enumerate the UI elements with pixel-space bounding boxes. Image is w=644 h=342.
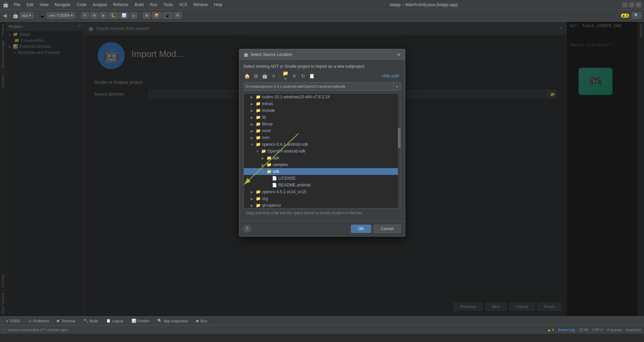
tree-item-nvml[interactable]: ▶ 📁 nvml <box>244 127 401 134</box>
scrollbar-thumb[interactable] <box>398 128 401 148</box>
settings-button[interactable]: ⚙ <box>174 12 182 19</box>
menu-vcs[interactable]: VCS <box>176 2 190 8</box>
delete-button[interactable]: ✕ <box>291 72 298 80</box>
tree-item-nvm[interactable]: ▶ 📁 nvm <box>244 134 401 141</box>
label-apk: apk <box>273 156 279 160</box>
folder-icon-extras: 📁 <box>256 101 261 106</box>
debug-button[interactable]: 🐛 <box>109 12 118 19</box>
file-tree[interactable]: ▶ 📁 cudnn-10.1-windows10-x64-v7.6.2.24 ▶… <box>243 93 401 208</box>
dialog-title-text: Select Source Location <box>251 52 292 57</box>
new-folder-button[interactable]: 📁+ <box>282 72 289 80</box>
search-button[interactable]: 🔍 <box>632 12 641 19</box>
menu-edit[interactable]: Edit <box>24 2 36 8</box>
tab-logcat[interactable]: 📋 Logcat <box>103 318 127 324</box>
dialog-cancel-button[interactable]: Cancel <box>374 225 401 233</box>
label-sdk: sdk <box>273 169 279 174</box>
tab-terminal[interactable]: ▶ Terminal <box>54 318 79 324</box>
menu-tools[interactable]: Tools <box>161 2 176 8</box>
tree-item-opencv-android[interactable]: ▼ 📁 OpenCV-android-sdk <box>244 148 401 155</box>
menu-view[interactable]: View <box>37 2 51 8</box>
tree-item-samples[interactable]: ▶ 📁 samples <box>244 161 401 168</box>
profile-button[interactable]: 📊 <box>119 12 129 19</box>
tab-build[interactable]: 🔨 Build <box>80 318 101 324</box>
tree-item-license[interactable]: ▶ 📄 LICENSE <box>244 175 401 182</box>
tab-app-inspection[interactable]: 🔍 App Inspection <box>154 318 192 324</box>
tab-profiler[interactable]: 📊 Profiler <box>128 318 153 324</box>
avd-button[interactable]: 📱 <box>163 12 172 19</box>
refresh-button[interactable]: ↻ <box>299 72 307 80</box>
notification-icon: ▲ 1 <box>621 14 629 18</box>
stop-button[interactable]: ■ <box>130 13 137 19</box>
back-icon[interactable]: ◀ <box>3 12 7 19</box>
file-icon-readme: 📄 <box>272 183 277 187</box>
menu-code[interactable]: Code <box>74 2 89 8</box>
status-left: ○ Launch succeeded (17 minutes ago) <box>3 328 68 332</box>
list-button[interactable]: ≡ <box>270 72 277 80</box>
home-button[interactable]: 🏠 <box>243 72 251 80</box>
dialog-close-button[interactable]: ✕ <box>397 52 401 57</box>
menu-help[interactable]: Help <box>211 2 225 8</box>
status-line-info: 4 spaces <box>607 328 622 332</box>
tab-run[interactable]: ▶ Run <box>193 318 211 324</box>
maximize-button[interactable]: □ <box>629 2 635 7</box>
tree-item-readme[interactable]: ▶ 📄 README.android <box>244 182 401 188</box>
run-config-selector[interactable]: app ▾ <box>20 12 34 19</box>
tree-item-opencv-341[interactable]: ▼ 📁 opencv-3.4.1-android-sdk <box>244 141 401 148</box>
inspector-status[interactable]: Inspector <box>626 328 641 332</box>
hide-path-button[interactable]: Hide path <box>380 73 401 79</box>
ok-button[interactable]: OK <box>351 225 371 233</box>
grid-button[interactable]: ⊞ <box>252 72 260 80</box>
help-button[interactable]: ? <box>243 225 251 233</box>
tree-item-libnvp[interactable]: ▶ 📁 libnvp <box>244 121 401 127</box>
copy-path-button[interactable]: 📋 <box>308 72 316 80</box>
tree-item-include[interactable]: ▶ 📁 include <box>244 107 401 114</box>
tree-item-opencv-451[interactable]: ▶ 📁 opencv-4.5.1-vc14_vc15 <box>244 188 401 195</box>
minimize-button[interactable]: ─ <box>622 2 628 7</box>
tree-item-qt-opencv[interactable]: ▶ 📁 qt+opencv <box>244 202 401 208</box>
arrow-cudnn: ▶ <box>251 95 255 99</box>
event-log-link[interactable]: Event Log <box>558 328 575 332</box>
menu-refactor[interactable]: Refactor <box>111 2 131 8</box>
menu-build[interactable]: Build <box>132 2 147 8</box>
android-button[interactable]: 🤖 <box>261 72 269 80</box>
path-dropdown-button[interactable]: ▾ <box>393 82 401 90</box>
arrow-nvm: ▶ <box>251 136 255 140</box>
sdk-button[interactable]: 📦 <box>152 12 161 19</box>
run-button[interactable]: ▶ <box>100 12 107 19</box>
tree-item-sdk[interactable]: ▶ 📁 sdk <box>244 168 401 175</box>
tab-problems[interactable]: ⚠ Problems <box>25 318 52 324</box>
problems-label: Problems <box>33 319 49 323</box>
build-button[interactable]: ⚙ <box>90 12 98 19</box>
arrow-qt-opencv: ▶ <box>251 204 255 207</box>
menu-window[interactable]: Window <box>191 2 211 8</box>
main-container: Project Resource Manager Structure Favor… <box>0 22 644 316</box>
app-logo: 🤖 <box>3 2 8 7</box>
tree-item-lib[interactable]: ▶ 📁 lib <box>244 114 401 121</box>
todo-icon: ≡ <box>6 319 8 323</box>
dialog-footer: ? OK Cancel <box>239 221 405 236</box>
folder-icon-sdk: 📁 <box>267 169 272 174</box>
menu-navigate[interactable]: Navigate <box>52 2 73 8</box>
menu-file[interactable]: File <box>11 2 23 8</box>
folder-icon-opencv-341: 📁 <box>256 142 261 147</box>
tree-item-org[interactable]: ▶ 📁 org <box>244 195 401 202</box>
layout-button[interactable]: ⊞ <box>143 12 151 19</box>
label-readme: README.android <box>278 183 311 187</box>
path-input[interactable] <box>243 82 393 90</box>
folder-icon-nvm: 📁 <box>256 135 261 140</box>
tree-item-cudnn[interactable]: ▶ 📁 cudnn-10.1-windows10-x64-v7.6.2.24 <box>244 94 401 100</box>
run-config-label: app <box>22 13 28 17</box>
toolbar-separator-1 <box>9 12 10 19</box>
close-button[interactable]: ✕ <box>636 2 641 7</box>
menu-analyze[interactable]: Analyze <box>90 2 110 8</box>
device-selector[interactable]: vivo V1838A ▾ <box>46 12 75 19</box>
menu-run[interactable]: Run <box>147 2 160 8</box>
dialog-title: 🤖 Select Source Location <box>243 52 292 57</box>
tree-item-apk[interactable]: ▶ 📁 apk <box>244 155 401 161</box>
tab-todo[interactable]: ≡ TODO <box>3 318 24 324</box>
status-bar: ○ Launch succeeded (17 minutes ago) ▲ 4 … <box>0 325 644 334</box>
label-nvml: nvml <box>262 128 271 133</box>
scrollbar-track[interactable] <box>398 94 401 208</box>
tree-item-extras[interactable]: ▶ 📁 extras <box>244 100 401 107</box>
sync-button[interactable]: ↻ <box>81 12 89 19</box>
